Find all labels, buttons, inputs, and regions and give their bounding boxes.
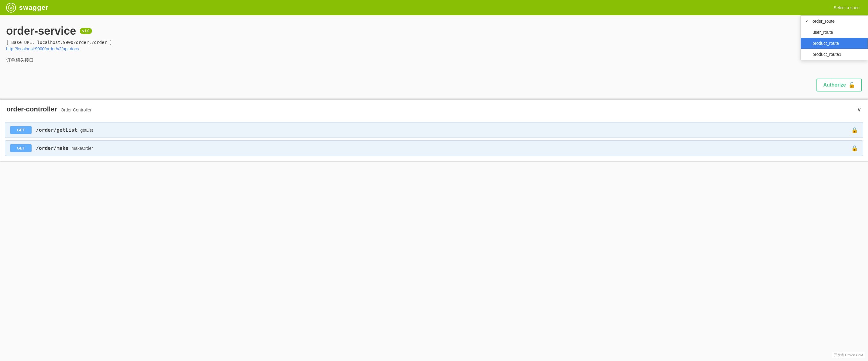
dropdown-menu: ✓ order_route user_route product_route p… xyxy=(801,15,868,60)
spec-dropdown[interactable]: ✓ order_route user_route product_route p… xyxy=(801,15,868,60)
dropdown-item-label: product_route1 xyxy=(812,52,841,57)
authorize-section: Authorize 🔓 xyxy=(0,73,868,91)
authorize-label: Authorize xyxy=(823,82,846,88)
controller-title-group: order-controller Order Controller xyxy=(6,105,91,113)
endpoint-row-makeorder[interactable]: GET /order/make makeOrder 🔒 xyxy=(5,140,863,156)
dropdown-item-label: user_route xyxy=(812,30,833,35)
endpoints-list: GET /order/getList getList 🔒 GET /order/… xyxy=(0,119,868,162)
dropdown-item-product-route1[interactable]: product_route1 xyxy=(801,49,868,60)
controller-header[interactable]: order-controller Order Controller ∨ xyxy=(0,100,868,119)
version-badge: v1.0 xyxy=(80,28,92,34)
endpoint-path: /order/getList xyxy=(36,127,77,133)
swagger-logo: ≋ xyxy=(6,3,16,12)
service-name: order-service xyxy=(6,25,76,37)
svg-text:≋: ≋ xyxy=(9,6,12,10)
navbar-right: Select a spec xyxy=(834,0,862,15)
brand: ≋ swagger xyxy=(6,3,49,12)
controller-name: order-controller xyxy=(6,105,57,113)
endpoint-row-getlist[interactable]: GET /order/getList getList 🔒 xyxy=(5,122,863,138)
service-description: 订单相关接口 xyxy=(6,57,862,63)
api-docs-link[interactable]: http://localhost:9900/order/v2/api-docs xyxy=(6,46,79,51)
dropdown-item-product-route[interactable]: product_route xyxy=(801,38,868,49)
lock-open-icon: 🔓 xyxy=(848,82,855,88)
dropdown-item-label: product_route xyxy=(812,41,839,46)
controller-section: order-controller Order Controller ∨ GET … xyxy=(0,100,868,162)
watermark: 开发者 DevZe.CoM xyxy=(832,352,865,358)
authorize-button[interactable]: Authorize 🔓 xyxy=(816,79,862,91)
dropdown-item-user-route[interactable]: user_route xyxy=(801,27,868,38)
endpoint-summary: getList xyxy=(80,128,93,133)
select-spec-label: Select a spec xyxy=(834,5,860,10)
lock-icon: 🔒 xyxy=(851,145,858,151)
endpoint-path: /order/make xyxy=(36,145,68,151)
dropdown-item-order-route[interactable]: ✓ order_route xyxy=(801,16,868,27)
dropdown-item-label: order_route xyxy=(812,19,835,24)
chevron-down-icon: ∨ xyxy=(857,106,862,113)
service-title-group: order-service v1.0 xyxy=(6,25,862,37)
navbar: ≋ swagger Select a spec ✓ order_route us… xyxy=(0,0,868,15)
method-badge-get: GET xyxy=(10,126,32,134)
base-url: [ Base URL: localhost:9900/order,/order … xyxy=(6,40,862,45)
main-content: order-service v1.0 [ Base URL: localhost… xyxy=(0,15,868,73)
check-icon: ✓ xyxy=(806,19,810,23)
controller-description: Order Controller xyxy=(61,107,91,112)
lock-icon: 🔒 xyxy=(851,127,858,134)
method-badge-get: GET xyxy=(10,144,32,152)
brand-name: swagger xyxy=(19,4,49,12)
endpoint-summary: makeOrder xyxy=(71,146,93,151)
